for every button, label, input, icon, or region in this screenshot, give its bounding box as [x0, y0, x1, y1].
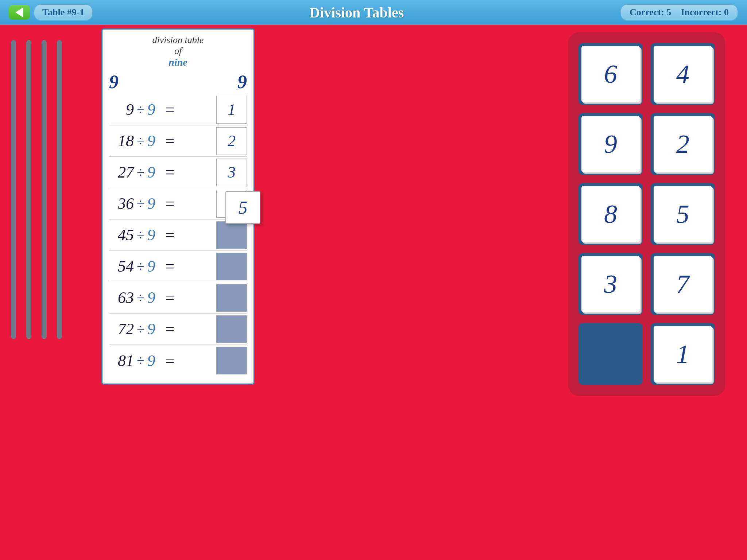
dividend-4: 36: [109, 194, 134, 213]
answer-tile-2[interactable]: 2: [654, 116, 712, 172]
decorative-bars: [11, 33, 62, 346]
bar-1: [11, 40, 16, 339]
answer-box-9[interactable]: [216, 347, 247, 374]
table-badge: Table #9-1: [34, 4, 93, 21]
tile-slot-8[interactable]: 7: [651, 253, 715, 315]
page-title: Division Tables: [93, 4, 620, 21]
equals-symbol-8: =: [166, 320, 175, 338]
division-row-5: 45 ÷ 9 =: [109, 219, 247, 251]
divisor-4: 9: [147, 194, 162, 213]
equals-symbol-4: =: [166, 194, 175, 213]
tile-slot-5[interactable]: 8: [578, 183, 643, 245]
correct-score: Correct: 5: [630, 7, 671, 18]
tile-slot-3[interactable]: 9: [578, 113, 643, 175]
divide-symbol-7: ÷: [137, 290, 144, 306]
divisor-5: 9: [147, 226, 162, 244]
answer-tile-8[interactable]: 8: [581, 186, 640, 242]
equals-symbol-7: =: [166, 288, 175, 307]
incorrect-score: Incorrect: 0: [681, 7, 729, 18]
answer-tile-1[interactable]: 1: [654, 326, 712, 382]
answer-tile-4[interactable]: 4: [654, 46, 712, 102]
dividend-7: 63: [109, 288, 134, 307]
tile-slot-7[interactable]: 3: [578, 253, 643, 315]
equation-5: 45 ÷ 9 =: [109, 226, 216, 244]
division-row-8: 72 ÷ 9 =: [109, 314, 247, 345]
card-header: division table of nine: [109, 35, 247, 68]
equals-symbol-6: =: [166, 257, 175, 276]
tile-slot-9: [578, 323, 643, 385]
answer-tiles-panel: 649285371: [568, 32, 725, 396]
divide-symbol-8: ÷: [137, 321, 144, 337]
division-row-7: 63 ÷ 9 =: [109, 282, 247, 314]
bar-3: [42, 40, 47, 339]
equation-2: 18 ÷ 9 =: [109, 132, 216, 150]
score-area: Correct: 5 Incorrect: 0: [620, 4, 738, 21]
answer-tile-3[interactable]: 3: [581, 256, 640, 312]
division-rows: 9 ÷ 9 = 1 18 ÷ 9 = 2 27 ÷ 9 = 3 36 ÷ 9 =…: [109, 94, 247, 376]
divisor-1: 9: [147, 100, 162, 119]
divide-symbol-6: ÷: [137, 258, 144, 275]
equals-symbol-3: =: [166, 163, 175, 182]
floating-answer-tile[interactable]: 5: [225, 191, 260, 224]
bar-2: [26, 40, 31, 339]
divisor-9: 9: [147, 351, 162, 370]
equation-4: 36 ÷ 9 =: [109, 194, 216, 213]
divide-symbol-9: ÷: [137, 353, 144, 369]
card-title-line1: division table: [109, 35, 247, 46]
tile-slot-4[interactable]: 2: [651, 113, 715, 175]
dividend-6: 54: [109, 257, 134, 276]
divisor-6: 9: [147, 257, 162, 276]
divisor-2: 9: [147, 132, 162, 150]
answer-tile-7[interactable]: 7: [654, 256, 712, 312]
answer-box-8[interactable]: [216, 315, 247, 343]
back-button[interactable]: [9, 5, 30, 20]
answer-tile-6[interactable]: 6: [581, 46, 640, 102]
corner-right: 9: [237, 71, 247, 93]
answer-box-1[interactable]: 1: [216, 96, 247, 124]
equals-symbol-9: =: [166, 351, 175, 370]
tile-slot-1[interactable]: 6: [578, 43, 643, 105]
answer-tile-5[interactable]: 5: [654, 186, 712, 242]
equals-symbol-1: =: [166, 100, 175, 119]
answer-box-3[interactable]: 3: [216, 159, 247, 186]
dividend-5: 45: [109, 226, 134, 244]
equals-symbol-5: =: [166, 226, 175, 244]
equals-symbol-2: =: [166, 132, 175, 150]
equation-1: 9 ÷ 9 =: [109, 100, 216, 119]
dividend-1: 9: [109, 100, 134, 119]
tile-slot-10[interactable]: 1: [651, 323, 715, 385]
back-arrow-icon: [15, 7, 23, 18]
equation-8: 72 ÷ 9 =: [109, 320, 216, 338]
corner-left: 9: [109, 71, 119, 93]
answer-box-7[interactable]: [216, 284, 247, 312]
tile-slot-2[interactable]: 4: [651, 43, 715, 105]
dividend-3: 27: [109, 163, 134, 182]
bar-4: [57, 40, 62, 339]
equation-9: 81 ÷ 9 =: [109, 351, 216, 370]
division-row-1: 9 ÷ 9 = 1: [109, 94, 247, 125]
divide-symbol-5: ÷: [137, 227, 144, 243]
answer-tile-9[interactable]: 9: [581, 116, 640, 172]
card-title-line2: of: [109, 46, 247, 57]
divide-symbol-2: ÷: [137, 133, 144, 149]
equation-3: 27 ÷ 9 =: [109, 163, 216, 182]
division-row-3: 27 ÷ 9 = 3: [109, 157, 247, 188]
tile-slot-6[interactable]: 5: [651, 183, 715, 245]
equation-7: 63 ÷ 9 =: [109, 288, 216, 307]
divide-symbol-1: ÷: [137, 102, 144, 118]
card-corner-row: 9 9: [109, 71, 247, 93]
equation-6: 54 ÷ 9 =: [109, 257, 216, 276]
answer-box-6[interactable]: [216, 253, 247, 280]
answer-box-5[interactable]: [216, 221, 247, 249]
divisor-8: 9: [147, 320, 162, 338]
divisor-7: 9: [147, 288, 162, 307]
answer-box-2[interactable]: 2: [216, 127, 247, 155]
top-bar: Table #9-1 Division Tables Correct: 5 In…: [0, 0, 747, 25]
divide-symbol-3: ÷: [137, 164, 144, 180]
divisor-3: 9: [147, 163, 162, 182]
division-row-2: 18 ÷ 9 = 2: [109, 125, 247, 157]
dividend-9: 81: [109, 351, 134, 370]
dividend-8: 72: [109, 320, 134, 338]
dividend-2: 18: [109, 132, 134, 150]
card-title-line3: nine: [109, 57, 247, 68]
